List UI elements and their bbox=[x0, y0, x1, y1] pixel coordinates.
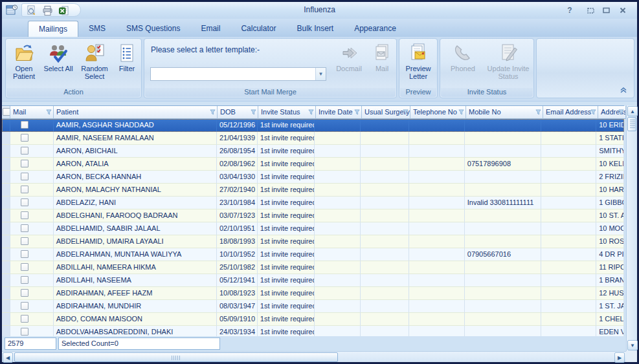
column-header-mail[interactable]: Mail bbox=[10, 106, 54, 119]
table-row[interactable]: ABDILLAHI, NASEEMA05/12/19411st invite r… bbox=[2, 274, 624, 287]
filter-button[interactable]: Filter bbox=[113, 41, 140, 87]
chevron-down-icon[interactable]: ▼ bbox=[315, 68, 326, 80]
column-header-email-address[interactable]: Email Address bbox=[543, 106, 598, 119]
mail-checkbox[interactable] bbox=[21, 173, 28, 180]
mail-checkbox[interactable] bbox=[21, 315, 28, 323]
cell-invite-status: 1st invite required bbox=[258, 222, 315, 235]
scroll-up-icon[interactable]: ▲ bbox=[627, 106, 638, 116]
cell-address: 10 KELL bbox=[596, 158, 624, 171]
cell-invite-date bbox=[315, 145, 361, 158]
tab-email[interactable]: Email bbox=[190, 21, 230, 37]
mail-checkbox[interactable] bbox=[21, 224, 28, 232]
table-row[interactable]: ABDELHAMID, UMAIRA LAYAALI18/08/19931st … bbox=[2, 235, 624, 248]
tab-sms[interactable]: SMS bbox=[78, 21, 116, 37]
cell-email bbox=[541, 274, 596, 287]
random-select-button[interactable]: Random Select bbox=[77, 41, 112, 87]
mail-checkbox[interactable] bbox=[21, 121, 28, 129]
table-row[interactable]: ABDO, COMAN MAISOON05/09/19101st invite … bbox=[2, 313, 624, 326]
scroll-right-icon[interactable]: ▶ bbox=[614, 352, 625, 363]
table-row[interactable]: ABDIRAHMAN, AFEEF HAZM10/08/19231st invi… bbox=[2, 287, 624, 300]
table-row[interactable]: ABDELRAHMAN, MUNTAHA WALIYYA10/10/19521s… bbox=[2, 248, 624, 261]
horizontal-scrollbar[interactable]: ◀ ▶ bbox=[2, 351, 626, 362]
scroll-down-icon[interactable]: ▼ bbox=[627, 340, 638, 350]
table-row[interactable]: AAMIR, NASEEM RAMALAAN21/04/19391st invi… bbox=[2, 132, 624, 145]
filter-funnel-icon[interactable] bbox=[590, 109, 596, 115]
table-row[interactable]: ABDILLAHI, NAMEERA HIKMA25/10/19821st in… bbox=[2, 261, 624, 274]
cell-address: 1 GIBBO bbox=[596, 197, 624, 209]
mail-checkbox[interactable] bbox=[21, 160, 28, 167]
cell-dob: 10/08/1923 bbox=[217, 287, 258, 300]
mail-checkbox[interactable] bbox=[21, 198, 28, 206]
column-header-invite-status[interactable]: Invite Status bbox=[258, 106, 316, 119]
column-header-dob[interactable]: DOB bbox=[218, 106, 258, 119]
tab-sms-questions[interactable]: SMS Questions bbox=[116, 21, 190, 37]
table-row[interactable]: AARON, ABICHAIL26/08/19541st invite requ… bbox=[2, 145, 624, 158]
cell-invite-status: 1st invite required bbox=[258, 119, 315, 132]
open-patient-button[interactable]: Open Patient bbox=[8, 41, 40, 87]
filter-funnel-icon[interactable] bbox=[618, 109, 624, 115]
select-all-button[interactable]: Select All bbox=[42, 41, 74, 87]
column-header-label: Patient bbox=[56, 108, 78, 116]
cell-mobile bbox=[465, 274, 542, 287]
filter-funnel-icon[interactable] bbox=[46, 109, 52, 115]
filter-funnel-icon[interactable] bbox=[354, 109, 360, 115]
table-row[interactable]: AARON, MALACHY NATHANIAL27/02/19401st in… bbox=[2, 184, 624, 197]
cell-email bbox=[541, 209, 596, 222]
mail-checkbox[interactable] bbox=[21, 186, 28, 193]
table-row[interactable]: AAMIR, ASGHAR SHADDAAD05/12/19961st invi… bbox=[2, 119, 624, 132]
cell-dob: 10/10/1952 bbox=[217, 248, 258, 261]
mail-checkbox[interactable] bbox=[21, 250, 28, 258]
column-header-invite-date[interactable]: Invite Date bbox=[316, 106, 362, 119]
help-icon[interactable]: ? bbox=[565, 6, 575, 15]
table-row[interactable]: ABDELAZIZ, HANI23/10/19841st invite requ… bbox=[2, 197, 624, 209]
maximize-icon[interactable] bbox=[601, 6, 611, 15]
table-row[interactable]: ABDELGHANI, FAAROOQ BADRAAN03/07/19231st… bbox=[2, 209, 624, 222]
docmail-button: Docmail bbox=[331, 41, 367, 87]
double-chevron-up-icon[interactable] bbox=[620, 86, 627, 94]
scroll-left-icon[interactable]: ◀ bbox=[3, 352, 13, 363]
column-header-label: Email Address bbox=[546, 108, 591, 116]
mail-checkbox[interactable] bbox=[21, 134, 28, 142]
letter-template-input[interactable] bbox=[152, 69, 314, 80]
filter-funnel-icon[interactable] bbox=[535, 109, 541, 115]
close-icon[interactable] bbox=[618, 6, 628, 15]
horizontal-scroll-thumb[interactable] bbox=[14, 352, 338, 362]
column-header-telephone-no[interactable]: Telephone No bbox=[410, 106, 466, 119]
letter-template-combobox[interactable]: ▼ bbox=[150, 67, 326, 81]
table-row[interactable]: AARON, BECKA HANNAH03/04/19301st invite … bbox=[2, 171, 624, 184]
cell-mail bbox=[10, 158, 54, 171]
mail-checkbox[interactable] bbox=[21, 263, 28, 271]
column-header-mobile-no[interactable]: Mobile No bbox=[466, 106, 543, 119]
filter-funnel-icon[interactable] bbox=[458, 109, 464, 115]
select-all-checkbox[interactable] bbox=[3, 108, 10, 116]
filter-funnel-icon[interactable] bbox=[308, 109, 314, 115]
mail-checkbox[interactable] bbox=[21, 237, 28, 245]
vertical-scroll-thumb[interactable] bbox=[627, 117, 636, 131]
filter-funnel-icon[interactable] bbox=[210, 109, 216, 115]
minimize-icon[interactable] bbox=[585, 6, 596, 15]
cell-invite-date bbox=[315, 274, 361, 287]
table-row[interactable]: ABDIRAHMAN, MUNDHIR08/03/19471st invite … bbox=[2, 300, 624, 313]
mail-checkbox[interactable] bbox=[21, 328, 28, 336]
mail-checkbox[interactable] bbox=[21, 302, 28, 310]
column-header-usual-surgery[interactable]: Usual Surgery bbox=[362, 106, 410, 119]
table-row[interactable]: ABDELHAMID, SAABIR JALAAL02/10/19511st i… bbox=[2, 222, 624, 235]
cell-telephone bbox=[409, 248, 465, 261]
column-header-address[interactable]: Address bbox=[598, 106, 626, 119]
vertical-scrollbar[interactable]: ▲ ▼ bbox=[626, 105, 637, 351]
mail-checkbox[interactable] bbox=[21, 211, 28, 219]
tab-mailings[interactable]: Mailings bbox=[28, 21, 78, 37]
mail-checkbox[interactable] bbox=[21, 289, 28, 297]
mail-checkbox[interactable] bbox=[21, 276, 28, 284]
tab-calculator[interactable]: Calculator bbox=[230, 21, 286, 37]
mail-checkbox[interactable] bbox=[21, 147, 28, 155]
tab-bulk-insert[interactable]: Bulk Insert bbox=[286, 21, 344, 37]
filter-funnel-icon[interactable] bbox=[251, 109, 256, 115]
filter-funnel-icon[interactable] bbox=[403, 109, 409, 115]
preview-letter-button[interactable]: Preview Letter bbox=[401, 41, 435, 87]
cell-mail bbox=[10, 287, 54, 300]
table-row[interactable]: AARON, ATALIA02/08/19621st invite requir… bbox=[2, 158, 624, 171]
tab-appearance[interactable]: Appearance bbox=[344, 21, 407, 37]
cell-usual-surgery bbox=[361, 313, 409, 326]
column-header-patient[interactable]: Patient bbox=[54, 106, 218, 119]
